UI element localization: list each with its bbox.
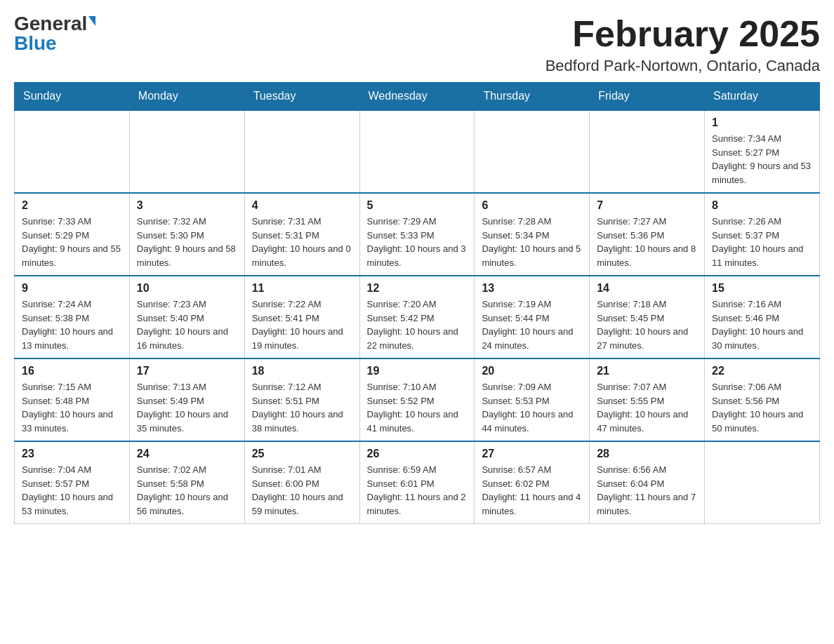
day-info: Sunrise: 7:23 AMSunset: 5:40 PMDaylight:…	[137, 297, 237, 352]
day-number: 8	[712, 199, 812, 212]
day-number: 12	[367, 282, 468, 295]
calendar-cell	[244, 110, 359, 193]
day-number: 17	[137, 365, 237, 377]
day-info: Sunrise: 7:09 AMSunset: 5:53 PMDaylight:…	[482, 380, 582, 435]
weekday-header-friday: Friday	[590, 83, 705, 111]
day-info: Sunrise: 7:34 AMSunset: 5:27 PMDaylight:…	[712, 132, 812, 187]
day-number: 24	[137, 448, 237, 460]
calendar-cell: 22Sunrise: 7:06 AMSunset: 5:56 PMDayligh…	[705, 358, 820, 441]
location-title: Bedford Park-Nortown, Ontario, Canada	[545, 57, 820, 75]
calendar-cell: 7Sunrise: 7:27 AMSunset: 5:36 PMDaylight…	[590, 193, 705, 276]
day-number: 28	[597, 448, 697, 460]
day-number: 18	[252, 365, 352, 377]
calendar-cell: 16Sunrise: 7:15 AMSunset: 5:48 PMDayligh…	[15, 358, 130, 441]
calendar-cell: 2Sunrise: 7:33 AMSunset: 5:29 PMDaylight…	[15, 193, 130, 276]
weekday-header-thursday: Thursday	[475, 83, 590, 111]
day-number: 4	[252, 199, 352, 212]
calendar-cell: 10Sunrise: 7:23 AMSunset: 5:40 PMDayligh…	[129, 276, 244, 358]
day-number: 23	[22, 448, 122, 460]
day-number: 3	[137, 199, 237, 212]
day-number: 25	[252, 448, 352, 460]
day-number: 2	[22, 199, 122, 212]
day-info: Sunrise: 6:57 AMSunset: 6:02 PMDaylight:…	[482, 463, 582, 518]
calendar-cell: 8Sunrise: 7:26 AMSunset: 5:37 PMDaylight…	[705, 193, 820, 276]
calendar-cell: 9Sunrise: 7:24 AMSunset: 5:38 PMDaylight…	[15, 276, 130, 358]
page-header: General Blue February 2025 Bedford Park-…	[14, 14, 820, 75]
day-number: 9	[22, 282, 122, 295]
day-info: Sunrise: 7:20 AMSunset: 5:42 PMDaylight:…	[367, 297, 468, 352]
calendar-week-2: 2Sunrise: 7:33 AMSunset: 5:29 PMDaylight…	[15, 193, 820, 276]
day-info: Sunrise: 7:19 AMSunset: 5:44 PMDaylight:…	[482, 297, 582, 352]
day-info: Sunrise: 7:12 AMSunset: 5:51 PMDaylight:…	[252, 380, 352, 435]
calendar-cell	[705, 441, 820, 524]
calendar-week-4: 16Sunrise: 7:15 AMSunset: 5:48 PMDayligh…	[15, 358, 820, 441]
day-info: Sunrise: 7:27 AMSunset: 5:36 PMDaylight:…	[597, 215, 697, 269]
day-number: 22	[712, 365, 812, 377]
day-info: Sunrise: 7:10 AMSunset: 5:52 PMDaylight:…	[367, 380, 468, 435]
day-info: Sunrise: 7:07 AMSunset: 5:55 PMDaylight:…	[597, 380, 697, 435]
day-info: Sunrise: 7:02 AMSunset: 5:58 PMDaylight:…	[137, 463, 237, 518]
day-info: Sunrise: 7:28 AMSunset: 5:34 PMDaylight:…	[482, 215, 582, 269]
weekday-header-tuesday: Tuesday	[244, 83, 359, 111]
day-number: 5	[367, 199, 468, 212]
day-info: Sunrise: 7:06 AMSunset: 5:56 PMDaylight:…	[712, 380, 812, 435]
calendar-cell: 13Sunrise: 7:19 AMSunset: 5:44 PMDayligh…	[475, 276, 590, 358]
month-title: February 2025	[545, 14, 820, 54]
day-number: 11	[252, 282, 352, 295]
calendar-cell: 19Sunrise: 7:10 AMSunset: 5:52 PMDayligh…	[359, 358, 475, 441]
calendar-cell	[475, 110, 590, 193]
day-info: Sunrise: 7:04 AMSunset: 5:57 PMDaylight:…	[22, 463, 122, 518]
logo-general-text: General	[14, 14, 87, 34]
calendar-cell	[129, 110, 244, 193]
calendar-cell	[359, 110, 475, 193]
logo: General Blue	[14, 14, 95, 53]
logo-blue-text: Blue	[14, 34, 57, 53]
calendar-week-5: 23Sunrise: 7:04 AMSunset: 5:57 PMDayligh…	[15, 441, 820, 524]
day-number: 27	[482, 448, 582, 460]
day-number: 26	[367, 448, 468, 460]
calendar-cell: 21Sunrise: 7:07 AMSunset: 5:55 PMDayligh…	[590, 358, 705, 441]
logo-arrow-icon	[88, 16, 95, 26]
calendar-cell: 28Sunrise: 6:56 AMSunset: 6:04 PMDayligh…	[590, 441, 705, 524]
title-section: February 2025 Bedford Park-Nortown, Onta…	[545, 14, 820, 75]
calendar-cell: 25Sunrise: 7:01 AMSunset: 6:00 PMDayligh…	[244, 441, 359, 524]
day-info: Sunrise: 7:18 AMSunset: 5:45 PMDaylight:…	[597, 297, 697, 352]
weekday-header-saturday: Saturday	[705, 83, 820, 111]
calendar-cell: 26Sunrise: 6:59 AMSunset: 6:01 PMDayligh…	[359, 441, 475, 524]
weekday-header-monday: Monday	[129, 83, 244, 111]
calendar-cell: 14Sunrise: 7:18 AMSunset: 5:45 PMDayligh…	[590, 276, 705, 358]
calendar-cell: 24Sunrise: 7:02 AMSunset: 5:58 PMDayligh…	[129, 441, 244, 524]
calendar-cell: 15Sunrise: 7:16 AMSunset: 5:46 PMDayligh…	[705, 276, 820, 358]
calendar-cell: 17Sunrise: 7:13 AMSunset: 5:49 PMDayligh…	[129, 358, 244, 441]
day-info: Sunrise: 7:22 AMSunset: 5:41 PMDaylight:…	[252, 297, 352, 352]
day-number: 10	[137, 282, 237, 295]
day-info: Sunrise: 7:29 AMSunset: 5:33 PMDaylight:…	[367, 215, 468, 269]
day-info: Sunrise: 7:26 AMSunset: 5:37 PMDaylight:…	[712, 215, 812, 269]
calendar-cell	[15, 110, 130, 193]
day-number: 20	[482, 365, 582, 377]
weekday-header-row: SundayMondayTuesdayWednesdayThursdayFrid…	[15, 83, 820, 111]
calendar-week-1: 1Sunrise: 7:34 AMSunset: 5:27 PMDaylight…	[15, 110, 820, 193]
day-number: 13	[482, 282, 582, 295]
day-number: 15	[712, 282, 812, 295]
calendar-cell: 5Sunrise: 7:29 AMSunset: 5:33 PMDaylight…	[359, 193, 475, 276]
calendar-cell: 18Sunrise: 7:12 AMSunset: 5:51 PMDayligh…	[244, 358, 359, 441]
day-info: Sunrise: 7:16 AMSunset: 5:46 PMDaylight:…	[712, 297, 812, 352]
day-number: 1	[712, 116, 812, 129]
day-info: Sunrise: 7:15 AMSunset: 5:48 PMDaylight:…	[22, 380, 122, 435]
calendar-cell: 20Sunrise: 7:09 AMSunset: 5:53 PMDayligh…	[475, 358, 590, 441]
day-info: Sunrise: 6:56 AMSunset: 6:04 PMDaylight:…	[597, 463, 697, 518]
day-info: Sunrise: 7:13 AMSunset: 5:49 PMDaylight:…	[137, 380, 237, 435]
weekday-header-sunday: Sunday	[15, 83, 130, 111]
calendar-cell: 1Sunrise: 7:34 AMSunset: 5:27 PMDaylight…	[705, 110, 820, 193]
day-info: Sunrise: 7:32 AMSunset: 5:30 PMDaylight:…	[137, 215, 237, 269]
day-number: 19	[367, 365, 468, 377]
day-info: Sunrise: 6:59 AMSunset: 6:01 PMDaylight:…	[367, 463, 468, 518]
calendar-header: SundayMondayTuesdayWednesdayThursdayFrid…	[15, 83, 820, 111]
calendar-cell: 23Sunrise: 7:04 AMSunset: 5:57 PMDayligh…	[15, 441, 130, 524]
calendar-cell: 4Sunrise: 7:31 AMSunset: 5:31 PMDaylight…	[244, 193, 359, 276]
day-info: Sunrise: 7:24 AMSunset: 5:38 PMDaylight:…	[22, 297, 122, 352]
day-number: 16	[22, 365, 122, 377]
calendar-cell: 12Sunrise: 7:20 AMSunset: 5:42 PMDayligh…	[359, 276, 475, 358]
day-number: 7	[597, 199, 697, 212]
